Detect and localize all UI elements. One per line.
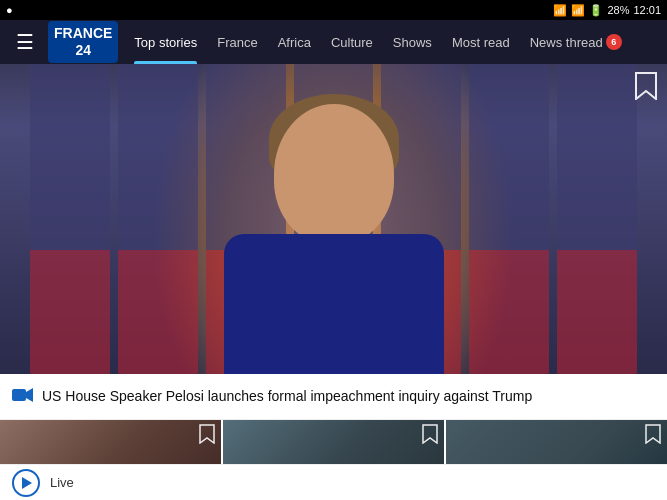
tab-shows[interactable]: Shows [383, 20, 442, 64]
battery-text: 28% [607, 4, 629, 16]
tab-france-label: France [217, 35, 257, 50]
flag-6 [469, 64, 549, 374]
tab-top-stories[interactable]: Top stories [124, 20, 207, 64]
svg-marker-5 [646, 425, 660, 443]
flag-2 [118, 64, 198, 374]
person-head [274, 104, 394, 244]
logo-line2: 24 [54, 42, 112, 59]
battery-icon: 🔋 [589, 4, 603, 17]
thumb-2-bookmark[interactable] [422, 424, 438, 448]
tab-top-stories-label: Top stories [134, 35, 197, 50]
live-label: Live [50, 475, 74, 490]
nav-tabs: Top stories France Africa Culture Shows … [124, 20, 659, 64]
flag-7 [557, 64, 637, 374]
tab-most-read[interactable]: Most read [442, 20, 520, 64]
status-bar: ● 📶 📶 🔋 28% 12:01 [0, 0, 667, 20]
hamburger-button[interactable]: ☰ [8, 26, 42, 58]
news-thread-badge: 6 [606, 34, 622, 50]
hero-headline: US House Speaker Pelosi launches formal … [42, 387, 532, 405]
status-bar-right: 📶 📶 🔋 28% 12:01 [553, 4, 661, 17]
svg-marker-3 [200, 425, 214, 443]
tab-africa-label: Africa [278, 35, 311, 50]
headline-bar: US House Speaker Pelosi launches formal … [0, 374, 667, 420]
tab-most-read-label: Most read [452, 35, 510, 50]
hero-bookmark-button[interactable] [635, 72, 657, 106]
hero-section [0, 64, 667, 374]
svg-rect-1 [12, 389, 26, 401]
top-nav: ☰ FRANCE 24 Top stories France Africa Cu… [0, 20, 667, 64]
thumb-3-bookmark[interactable] [645, 424, 661, 448]
bottom-bar: Live [0, 464, 667, 500]
tab-france[interactable]: France [207, 20, 267, 64]
thumb-1-bookmark[interactable] [199, 424, 215, 448]
tab-news-thread-label: News thread [530, 35, 603, 50]
wifi-icon: 📶 [571, 4, 585, 17]
status-bar-left: ● [6, 4, 13, 16]
video-camera-icon [12, 387, 34, 407]
logo: FRANCE 24 [48, 21, 118, 63]
status-bar-left-icons: ● [6, 4, 13, 16]
svg-marker-2 [26, 388, 33, 402]
logo-box: FRANCE 24 [48, 21, 118, 63]
person-body [224, 234, 444, 374]
flag-1 [30, 64, 110, 374]
tab-africa[interactable]: Africa [268, 20, 321, 64]
svg-marker-4 [423, 425, 437, 443]
time-text: 12:01 [633, 4, 661, 16]
person-overlay [194, 84, 474, 374]
svg-marker-0 [636, 73, 656, 99]
tab-culture[interactable]: Culture [321, 20, 383, 64]
tab-news-thread[interactable]: News thread 6 [520, 20, 632, 64]
hero-image [0, 64, 667, 374]
play-button[interactable] [12, 469, 40, 497]
tab-shows-label: Shows [393, 35, 432, 50]
logo-line1: FRANCE [54, 25, 112, 42]
sim-icon: 📶 [553, 4, 567, 17]
tab-culture-label: Culture [331, 35, 373, 50]
play-icon [22, 477, 32, 489]
